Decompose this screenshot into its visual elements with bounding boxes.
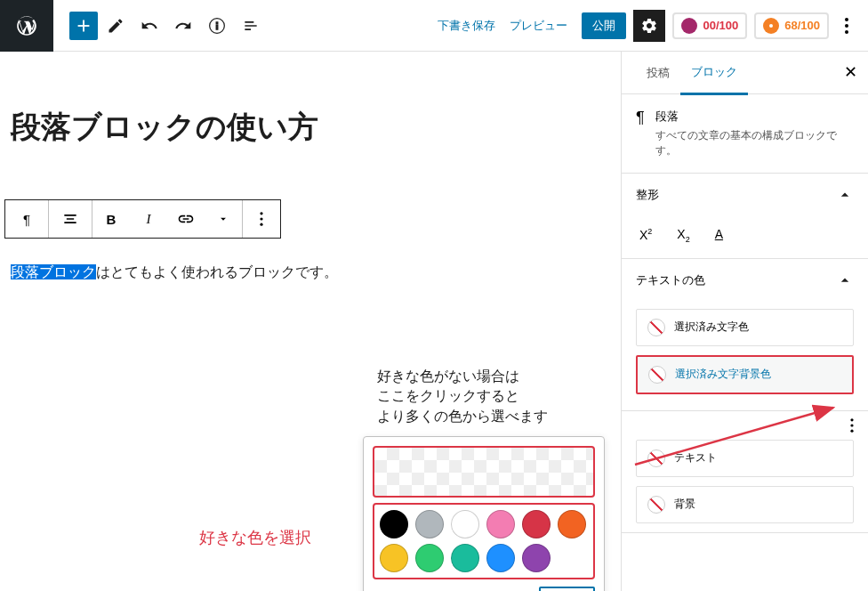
readability-score-value: 68/100	[784, 19, 820, 32]
swatch-black[interactable]	[380, 510, 408, 538]
color-circle-icon	[647, 319, 665, 336]
panel-text-color-header[interactable]: テキストの色	[622, 259, 868, 302]
chevron-up-icon	[836, 271, 854, 289]
block-info: ¶ 段落 すべての文章の基本の構成ブロックです。	[622, 94, 868, 174]
yoast-seo-badge[interactable]: 00/100	[672, 12, 747, 39]
svg-point-6	[260, 212, 262, 215]
superscript-button[interactable]: X2	[639, 227, 652, 244]
swatch-teal[interactable]	[451, 544, 479, 572]
swatch-orange[interactable]	[558, 510, 586, 538]
paragraph-rest: はとてもよく使われるブロックです。	[96, 264, 338, 279]
custom-color-button[interactable]	[373, 446, 595, 498]
right-tools: 下書き保存 プレビュー 公開 00/100 68/100	[438, 10, 868, 42]
svg-point-4	[845, 24, 848, 28]
info-button[interactable]	[201, 10, 233, 42]
swatch-purple[interactable]	[522, 544, 551, 572]
wordpress-logo[interactable]	[0, 0, 53, 52]
svg-point-10	[850, 424, 853, 426]
svg-point-2	[769, 24, 773, 28]
panel-background-header[interactable]	[622, 411, 868, 440]
swatch-red[interactable]	[522, 510, 551, 538]
color-circle-icon	[648, 366, 666, 384]
svg-point-9	[850, 418, 853, 421]
underline-button[interactable]: A	[715, 227, 723, 244]
clear-color-button[interactable]: クリア	[539, 587, 595, 591]
text-color-option[interactable]: 選択済み文字色	[636, 309, 854, 346]
annotation-swatch: 好きな色を選択	[199, 527, 311, 548]
svg-point-3	[845, 18, 848, 21]
post-title[interactable]: 段落ブロックの使い方	[0, 52, 621, 148]
text-option[interactable]: テキスト	[636, 440, 854, 477]
panel-background: テキスト 背景	[622, 411, 868, 533]
settings-sidebar: 投稿 ブロック ✕ ¶ 段落 すべての文章の基本の構成ブロックです。 整形 X2…	[621, 52, 868, 591]
background-color-option[interactable]: 選択済み文字背景色	[636, 355, 854, 394]
svg-rect-1	[216, 25, 218, 29]
yoast-score-value: 00/100	[703, 19, 738, 32]
color-picker-popover: クリア	[363, 436, 605, 591]
svg-point-11	[850, 429, 853, 432]
save-draft-link[interactable]: 下書き保存	[438, 18, 495, 34]
color-circle-icon	[647, 449, 665, 467]
main-area: 段落ブロックの使い方 ¶ B I 段落ブロックはとてもよく使われるブロックです。	[0, 52, 868, 591]
panel-format-header[interactable]: 整形	[622, 174, 868, 216]
color-swatches	[373, 503, 595, 579]
swatch-gray[interactable]	[415, 510, 444, 538]
paragraph-block[interactable]: 段落ブロックはとてもよく使われるブロックです。	[0, 221, 338, 282]
tab-block[interactable]: ブロック	[680, 52, 748, 95]
redo-button[interactable]	[167, 10, 199, 42]
chevron-up-icon	[836, 186, 854, 204]
swatch-blue[interactable]	[486, 544, 515, 572]
close-sidebar-button[interactable]: ✕	[844, 62, 857, 82]
paragraph-icon: ¶	[636, 109, 645, 158]
subscript-button[interactable]: X2	[677, 227, 689, 244]
yoast-icon	[681, 18, 697, 34]
publish-button[interactable]: 公開	[582, 12, 626, 39]
bg-option[interactable]: 背景	[636, 486, 854, 523]
svg-point-5	[845, 30, 848, 34]
editor-canvas[interactable]: 段落ブロックの使い方 ¶ B I 段落ブロックはとてもよく使われるブロックです。	[0, 52, 621, 591]
readability-badge[interactable]: 68/100	[754, 12, 829, 39]
swatch-white[interactable]	[451, 510, 479, 538]
more-icon	[850, 418, 854, 433]
readability-icon	[763, 18, 779, 34]
outline-button[interactable]	[235, 10, 267, 42]
color-circle-icon	[647, 496, 665, 514]
undo-button[interactable]	[133, 10, 165, 42]
settings-button[interactable]	[633, 10, 665, 42]
left-tools	[53, 10, 267, 42]
selected-text: 段落ブロック	[11, 264, 96, 279]
top-toolbar: 下書き保存 プレビュー 公開 00/100 68/100	[0, 0, 868, 52]
svg-point-0	[216, 21, 218, 23]
more-menu-button[interactable]	[836, 10, 857, 42]
tab-post[interactable]: 投稿	[636, 53, 680, 93]
preview-link[interactable]: プレビュー	[510, 18, 567, 34]
sidebar-tabs: 投稿 ブロック ✕	[622, 52, 868, 94]
swatch-yellow[interactable]	[380, 544, 408, 572]
edit-mode-button[interactable]	[100, 10, 132, 42]
panel-format: 整形 X2 X2 A	[622, 174, 868, 259]
swatch-pink[interactable]	[486, 510, 515, 538]
swatch-green[interactable]	[415, 544, 444, 572]
block-info-desc: すべての文章の基本の構成ブロックです。	[655, 128, 854, 158]
annotation-custom-color: 好きな色がない場合は ここをクリックすると より多くの色から選べます	[377, 367, 548, 426]
block-info-title: 段落	[655, 109, 854, 125]
add-block-button[interactable]	[69, 12, 98, 40]
panel-text-color: テキストの色 選択済み文字色 選択済み文字背景色	[622, 259, 868, 411]
